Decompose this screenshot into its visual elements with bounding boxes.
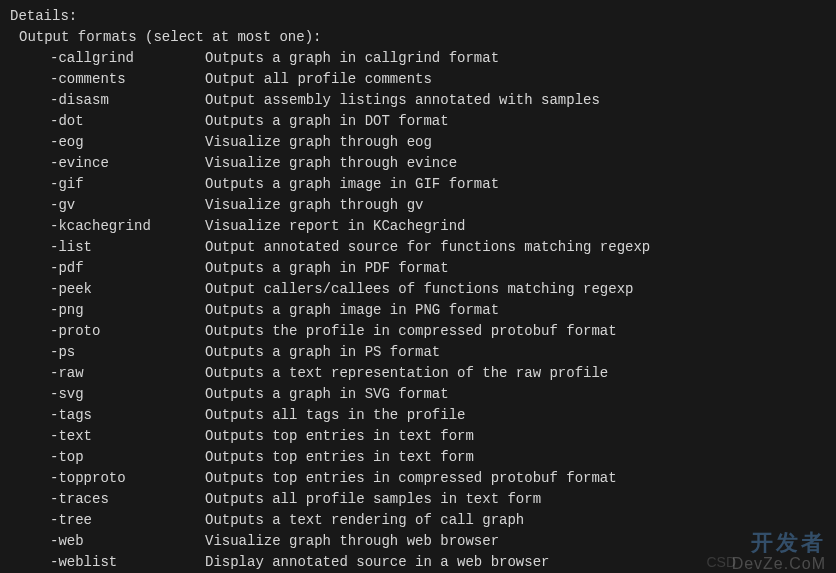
flag-description: Visualize graph through gv xyxy=(205,195,423,216)
flag-description: Output assembly listings annotated with … xyxy=(205,90,600,111)
flag-row: -commentsOutput all profile comments xyxy=(50,69,826,90)
flag-name: -web xyxy=(50,531,205,552)
flag-name: -list xyxy=(50,237,205,258)
flag-description: Visualize graph through evince xyxy=(205,153,457,174)
flag-description: Output callers/callees of functions matc… xyxy=(205,279,633,300)
flag-row: -gvVisualize graph through gv xyxy=(50,195,826,216)
flag-name: -gv xyxy=(50,195,205,216)
flag-row: -tracesOutputs all profile samples in te… xyxy=(50,489,826,510)
flag-name: -disasm xyxy=(50,90,205,111)
flag-name: -svg xyxy=(50,384,205,405)
flag-row: -pngOutputs a graph image in PNG format xyxy=(50,300,826,321)
flag-row: -webVisualize graph through web browser xyxy=(50,531,826,552)
flag-description: Output all profile comments xyxy=(205,69,432,90)
flag-name: -peek xyxy=(50,279,205,300)
flag-row: -dotOutputs a graph in DOT format xyxy=(50,111,826,132)
flag-name: -eog xyxy=(50,132,205,153)
flag-row: -svgOutputs a graph in SVG format xyxy=(50,384,826,405)
flag-name: -pdf xyxy=(50,258,205,279)
flag-description: Outputs a graph in SVG format xyxy=(205,384,449,405)
flag-row: -peekOutput callers/callees of functions… xyxy=(50,279,826,300)
flag-name: -callgrind xyxy=(50,48,205,69)
flag-description: Outputs a graph in callgrind format xyxy=(205,48,499,69)
flag-name: -kcachegrind xyxy=(50,216,205,237)
details-header: Details: xyxy=(10,6,826,27)
flag-name: -tree xyxy=(50,510,205,531)
flag-name: -dot xyxy=(50,111,205,132)
flag-description: Outputs a graph in PDF format xyxy=(205,258,449,279)
flag-row: -evinceVisualize graph through evince xyxy=(50,153,826,174)
flag-description: Outputs all profile samples in text form xyxy=(205,489,541,510)
flag-description: Outputs a graph image in PNG format xyxy=(205,300,499,321)
flag-row: -kcachegrindVisualize report in KCachegr… xyxy=(50,216,826,237)
flag-row: -pdfOutputs a graph in PDF format xyxy=(50,258,826,279)
flag-description: Outputs a graph image in GIF format xyxy=(205,174,499,195)
flag-name: -text xyxy=(50,426,205,447)
flag-description: Visualize graph through eog xyxy=(205,132,432,153)
flag-description: Outputs a text representation of the raw… xyxy=(205,363,608,384)
flag-name: -ps xyxy=(50,342,205,363)
flag-name: -proto xyxy=(50,321,205,342)
flag-name: -raw xyxy=(50,363,205,384)
flag-row: -callgrindOutputs a graph in callgrind f… xyxy=(50,48,826,69)
flag-name: -top xyxy=(50,447,205,468)
flag-row: -gifOutputs a graph image in GIF format xyxy=(50,174,826,195)
flag-description: Display annotated source in a web browse… xyxy=(205,552,549,573)
flag-row: -tagsOutputs all tags in the profile xyxy=(50,405,826,426)
flag-row: -listOutput annotated source for functio… xyxy=(50,237,826,258)
output-formats-header: Output formats (select at most one): xyxy=(19,27,826,48)
flag-description: Outputs all tags in the profile xyxy=(205,405,465,426)
flag-description: Visualize graph through web browser xyxy=(205,531,499,552)
flag-description: Outputs top entries in text form xyxy=(205,426,474,447)
flag-row: -weblistDisplay annotated source in a we… xyxy=(50,552,826,573)
flag-description: Outputs a graph in PS format xyxy=(205,342,440,363)
flag-name: -evince xyxy=(50,153,205,174)
flag-row: -psOutputs a graph in PS format xyxy=(50,342,826,363)
flag-row: -textOutputs top entries in text form xyxy=(50,426,826,447)
flag-row: -topOutputs top entries in text form xyxy=(50,447,826,468)
flag-row: -eogVisualize graph through eog xyxy=(50,132,826,153)
flag-row: -topprotoOutputs top entries in compress… xyxy=(50,468,826,489)
flag-name: -gif xyxy=(50,174,205,195)
flag-name: -comments xyxy=(50,69,205,90)
flag-description: Outputs the profile in compressed protob… xyxy=(205,321,617,342)
flag-row: -rawOutputs a text representation of the… xyxy=(50,363,826,384)
flag-name: -png xyxy=(50,300,205,321)
flag-name: -traces xyxy=(50,489,205,510)
flags-list: -callgrindOutputs a graph in callgrind f… xyxy=(10,48,826,573)
flag-description: Outputs top entries in text form xyxy=(205,447,474,468)
flag-name: -weblist xyxy=(50,552,205,573)
flag-description: Output annotated source for functions ma… xyxy=(205,237,650,258)
flag-description: Visualize report in KCachegrind xyxy=(205,216,465,237)
flag-name: -tags xyxy=(50,405,205,426)
flag-description: Outputs a graph in DOT format xyxy=(205,111,449,132)
flag-row: -protoOutputs the profile in compressed … xyxy=(50,321,826,342)
flag-row: -treeOutputs a text rendering of call gr… xyxy=(50,510,826,531)
flag-description: Outputs top entries in compressed protob… xyxy=(205,468,617,489)
flag-row: -disasmOutput assembly listings annotate… xyxy=(50,90,826,111)
flag-name: -topproto xyxy=(50,468,205,489)
flag-description: Outputs a text rendering of call graph xyxy=(205,510,524,531)
